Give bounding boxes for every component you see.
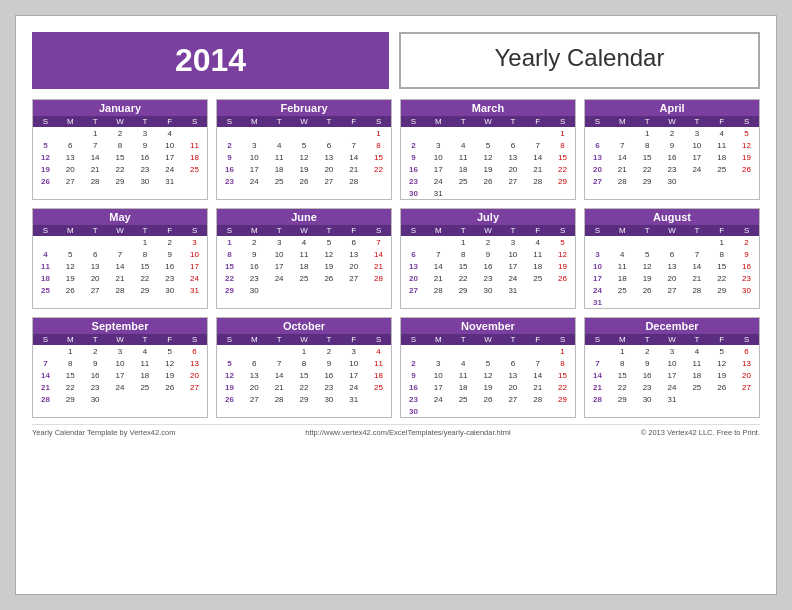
- day-cell: 0: [58, 236, 83, 248]
- day-cell: 5: [157, 345, 182, 357]
- day-cell: 0: [610, 236, 635, 248]
- day-cell: 23: [157, 272, 182, 284]
- day-cell: 0: [635, 296, 660, 308]
- day-cell: 3: [267, 236, 292, 248]
- day-cell: 20: [83, 272, 108, 284]
- day-cell: 1: [550, 345, 575, 357]
- days-grid: 0012345678910111213141516171819202122232…: [401, 236, 575, 296]
- month-box: NovemberSMTWTFS0000001234567891011121314…: [400, 317, 576, 418]
- day-cell: 9: [217, 151, 242, 163]
- day-header-cell: S: [366, 225, 391, 236]
- day-cell: 0: [500, 127, 525, 139]
- day-headers: SMTWTFS: [401, 116, 575, 127]
- day-cell: 6: [242, 357, 267, 369]
- day-cell: 7: [684, 248, 709, 260]
- day-cell: 5: [33, 139, 58, 151]
- day-cell: 7: [585, 357, 610, 369]
- day-cell: 27: [500, 175, 525, 187]
- day-cell: 2: [401, 357, 426, 369]
- days-grid: 0123456789101112131415161718192021222324…: [585, 345, 759, 405]
- day-headers: SMTWTFS: [585, 334, 759, 345]
- day-cell: 14: [610, 151, 635, 163]
- day-header-cell: M: [58, 116, 83, 127]
- day-cell: 3: [108, 345, 133, 357]
- day-header-cell: M: [242, 116, 267, 127]
- day-cell: 2: [157, 236, 182, 248]
- day-header-cell: S: [550, 116, 575, 127]
- day-cell: 19: [734, 151, 759, 163]
- month-header: August: [585, 209, 759, 225]
- day-cell: 16: [157, 260, 182, 272]
- day-cell: 24: [108, 381, 133, 393]
- day-cell: 1: [366, 127, 391, 139]
- day-cell: 8: [610, 357, 635, 369]
- day-cell: 4: [33, 248, 58, 260]
- day-header-cell: S: [401, 334, 426, 345]
- day-cell: 0: [709, 175, 734, 187]
- day-cell: 10: [267, 248, 292, 260]
- day-cell: 16: [83, 369, 108, 381]
- footer: Yearly Calendar Template by Vertex42.com…: [32, 424, 760, 437]
- day-cell: 10: [684, 139, 709, 151]
- day-cell: 0: [366, 393, 391, 405]
- day-cell: 1: [610, 345, 635, 357]
- day-header-cell: S: [585, 116, 610, 127]
- day-cell: 21: [108, 272, 133, 284]
- day-cell: 0: [426, 236, 451, 248]
- day-cell: 25: [132, 381, 157, 393]
- day-cell: 25: [33, 284, 58, 296]
- day-cell: 8: [108, 139, 133, 151]
- day-cell: 25: [182, 163, 207, 175]
- day-cell: 0: [401, 127, 426, 139]
- day-cell: 9: [635, 357, 660, 369]
- day-cell: 27: [734, 381, 759, 393]
- day-cell: 10: [500, 248, 525, 260]
- days-grid: 0012345678910111213141516171819202122232…: [585, 127, 759, 187]
- day-cell: 20: [500, 381, 525, 393]
- day-header-cell: T: [635, 334, 660, 345]
- day-cell: 1: [132, 236, 157, 248]
- day-header-cell: W: [476, 116, 501, 127]
- day-header-cell: W: [108, 225, 133, 236]
- day-headers: SMTWTFS: [217, 116, 391, 127]
- day-cell: 10: [426, 151, 451, 163]
- day-cell: 27: [83, 284, 108, 296]
- day-cell: 27: [341, 272, 366, 284]
- month-header: May: [33, 209, 207, 225]
- day-cell: 31: [660, 393, 685, 405]
- day-cell: 0: [525, 127, 550, 139]
- day-header-cell: S: [33, 334, 58, 345]
- day-cell: 11: [451, 369, 476, 381]
- day-cell: 8: [451, 248, 476, 260]
- day-cell: 4: [684, 345, 709, 357]
- day-cell: 0: [660, 236, 685, 248]
- day-cell: 11: [267, 151, 292, 163]
- day-cell: 18: [267, 163, 292, 175]
- day-cell: 31: [500, 284, 525, 296]
- day-cell: 0: [550, 284, 575, 296]
- day-cell: 17: [660, 369, 685, 381]
- day-cell: 9: [734, 248, 759, 260]
- day-header-cell: T: [451, 334, 476, 345]
- day-cell: 31: [157, 175, 182, 187]
- day-cell: 9: [660, 139, 685, 151]
- day-cell: 30: [132, 175, 157, 187]
- month-header: March: [401, 100, 575, 116]
- day-cell: 17: [108, 369, 133, 381]
- day-cell: 10: [242, 151, 267, 163]
- day-cell: 15: [292, 369, 317, 381]
- day-cell: 13: [58, 151, 83, 163]
- day-cell: 2: [108, 127, 133, 139]
- day-cell: 18: [684, 369, 709, 381]
- day-cell: 26: [292, 175, 317, 187]
- month-header: October: [217, 318, 391, 334]
- day-header-cell: W: [660, 334, 685, 345]
- day-cell: 13: [83, 260, 108, 272]
- day-cell: 22: [451, 272, 476, 284]
- month-box: MarchSMTWTFS0000001234567891011121314151…: [400, 99, 576, 200]
- month-header: September: [33, 318, 207, 334]
- day-cell: 28: [585, 393, 610, 405]
- day-cell: 0: [476, 345, 501, 357]
- day-cell: 13: [734, 357, 759, 369]
- day-cell: 15: [610, 369, 635, 381]
